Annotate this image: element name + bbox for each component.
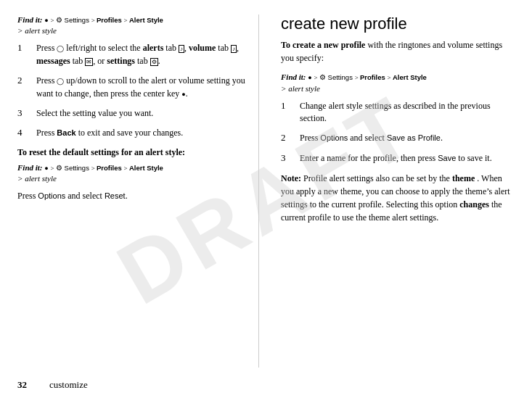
- settings-icon-2: ⚙: [56, 164, 62, 172]
- nav-dot-icon-4: ●: [44, 165, 48, 172]
- right-step-item-1: 1 Change alert style settings as describ…: [281, 100, 515, 125]
- right-step-num-1: 1: [281, 100, 291, 112]
- page-container: DRAFT Find it: ● > ⚙ Settings > Profiles…: [0, 0, 532, 398]
- note-block: Note: Profile alert settings also can be…: [281, 172, 515, 224]
- alert-style-sub-1: > alert style: [17, 26, 251, 35]
- step-text-4: Press Back to exit and save your changes…: [36, 127, 251, 139]
- intro-text: To create a new profile with the rington…: [281, 39, 515, 65]
- nav-arrow-2: >: [91, 17, 97, 24]
- nav-alert-style-1: Alert Style: [129, 16, 163, 24]
- nav-arrow-1: >: [50, 17, 55, 24]
- intro-bold: To create a new profile: [281, 40, 365, 50]
- note-bold-theme: theme: [452, 173, 475, 183]
- settings-icon-right: ⚙: [319, 73, 326, 81]
- settings-bold: settings: [107, 56, 135, 66]
- messages-tab-icon: ✉: [85, 58, 93, 66]
- right-step-num-2: 2: [281, 132, 291, 144]
- save-as-profile-key: Save as Profile: [387, 133, 441, 142]
- nav-dot-icon-1: ●: [44, 17, 48, 24]
- volume-tab-icon: ♪: [231, 45, 237, 53]
- reset-heading: To reset the default settings for an ale…: [17, 147, 251, 158]
- note-label: Note:: [281, 173, 301, 183]
- nav-profiles-2: Profiles: [97, 164, 122, 172]
- find-it-label-2: Find it:: [17, 163, 43, 172]
- left-column: Find it: ● > ⚙ Settings > Profiles > Ale…: [17, 14, 259, 368]
- right-step-item-2: 2 Press Options and select Save as Profi…: [281, 132, 515, 144]
- steps-list-left: 1 Press ◯ left/right to select the alert…: [17, 42, 251, 139]
- back-key: Back: [57, 128, 75, 137]
- find-it-line-right: Find it: ● > ⚙ Settings > Profiles > Ale…: [281, 72, 515, 83]
- step-text-1: Press ◯ left/right to select the alerts …: [36, 42, 251, 67]
- step-text-3: Select the setting value you want.: [36, 107, 251, 120]
- footer-label: customize: [49, 379, 88, 391]
- step-num-4: 4: [17, 127, 28, 138]
- settings-icon-1: ⚙: [56, 16, 62, 24]
- settings-tab-icon: ⚙: [150, 58, 158, 66]
- alerts-bold: alerts: [143, 43, 164, 53]
- options-key-left: Options: [38, 191, 65, 200]
- save-key-right: Save: [438, 154, 456, 162]
- step-num-1: 1: [17, 42, 28, 54]
- right-step-text-3: Enter a name for the profile, then press…: [300, 152, 515, 165]
- right-step-item-3: 3 Enter a name for the profile, then pre…: [281, 152, 515, 165]
- nav-dot-icon-3: ◯: [57, 78, 64, 85]
- reset-instruction: Press Options and select Reset.: [17, 190, 251, 202]
- alert-style-sub-2: > alert style: [17, 174, 251, 183]
- volume-bold: volume: [189, 43, 216, 53]
- right-step-text-1: Change alert style settings as described…: [300, 100, 515, 125]
- step-num-3: 3: [17, 107, 28, 119]
- step-num-2: 2: [17, 75, 28, 86]
- find-it-label-right: Find it:: [281, 72, 306, 81]
- right-step-num-3: 3: [281, 152, 291, 164]
- step-item-3: 3 Select the setting value you want.: [17, 107, 251, 120]
- alert-style-sub-right: > alert style: [281, 84, 515, 93]
- page-footer: 32 customize: [0, 375, 532, 398]
- nav-settings-1: Settings: [65, 16, 89, 24]
- nav-settings-2: Settings: [65, 164, 89, 172]
- alerts-tab-icon: ♪: [179, 45, 184, 53]
- nav-settings-right: Settings: [328, 73, 353, 81]
- right-step-text-2: Press Options and select Save as Profile…: [300, 132, 515, 144]
- step-item-2: 2 Press ◯ up/down to scroll to the alert…: [17, 75, 251, 100]
- nav-profiles-1: Profiles: [97, 16, 122, 24]
- nav-arrow-5: >: [91, 165, 97, 172]
- page-number: 32: [17, 379, 35, 391]
- reset-key: Reset: [105, 191, 126, 200]
- content-area: Find it: ● > ⚙ Settings > Profiles > Ale…: [0, 0, 532, 375]
- note-text-1: Profile alert settings also can be set b…: [303, 173, 452, 183]
- step-text-2: Press ◯ up/down to scroll to the alert o…: [36, 75, 251, 100]
- note-bold-changes: changes: [459, 199, 489, 210]
- nav-arrow-4: >: [50, 165, 55, 172]
- nav-arrow-right-1: >: [314, 74, 319, 81]
- nav-alert-style-2: Alert Style: [129, 164, 163, 172]
- find-it-line-1: Find it: ● > ⚙ Settings > Profiles > Ale…: [17, 14, 251, 25]
- page-title: create new profile: [281, 14, 515, 33]
- center-key-icon: ●: [181, 91, 185, 98]
- nav-profiles-right: Profiles: [360, 73, 385, 81]
- nav-arrow-right-3: >: [388, 74, 393, 81]
- step-item-1: 1 Press ◯ left/right to select the alert…: [17, 42, 251, 67]
- nav-alert-style-right: Alert Style: [393, 73, 427, 81]
- step-item-4: 4 Press Back to exit and save your chang…: [17, 127, 251, 139]
- nav-arrow-6: >: [124, 165, 129, 172]
- find-it-line-2: Find it: ● > ⚙ Settings > Profiles > Ale…: [17, 162, 251, 173]
- steps-list-right: 1 Change alert style settings as describ…: [281, 100, 515, 165]
- find-it-label-1: Find it:: [17, 15, 43, 24]
- nav-arrow-3: >: [124, 17, 129, 24]
- right-column: create new profile To create a new profi…: [274, 14, 515, 368]
- nav-dot-icon-right: ●: [308, 74, 311, 81]
- messages-bold: messages: [36, 56, 70, 66]
- options-key-right: Options: [320, 133, 348, 142]
- nav-arrow-right-2: >: [355, 74, 360, 81]
- nav-dot-icon-2: ◯: [57, 45, 64, 52]
